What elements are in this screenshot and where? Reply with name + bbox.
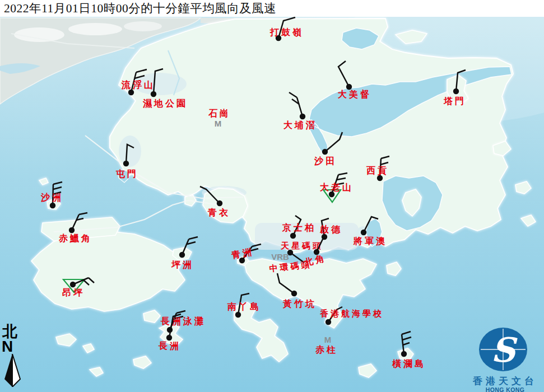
station-dot	[291, 291, 297, 296]
station-label: 西貢	[366, 166, 389, 176]
svg-text:S: S	[491, 330, 518, 370]
title-bar: 2022年11月01日10時00分的十分鐘平均風向及風速	[0, 0, 544, 17]
compass-needle-icon	[3, 354, 23, 387]
station-label: 塔門	[443, 96, 466, 106]
station-dot	[123, 161, 129, 166]
station-label: 濕地公園	[142, 99, 188, 109]
station-dot	[69, 227, 75, 233]
station-label: 京士柏	[282, 222, 316, 232]
hong-kong-map: 打鼓嶺流浮山濕地公園M石崗大美督塔門大埔滘沙田屯門西貢沙洲大老山青衣赤鱲角京士柏…	[0, 0, 544, 392]
station-label: 沙田	[314, 156, 337, 166]
station-dot	[128, 90, 134, 95]
station-label: 啟德	[319, 225, 342, 234]
compass-north: 北 N	[1, 324, 26, 387]
station-label: 南丫島	[227, 302, 261, 311]
station-dot	[151, 91, 156, 97]
station-dot	[346, 84, 352, 90]
hko-logo-icon: S	[466, 326, 544, 373]
station-dot	[361, 230, 366, 235]
station-dot	[217, 200, 222, 206]
station-dot	[235, 312, 241, 318]
station-label: 流浮山	[121, 80, 155, 90]
station-label: 長洲泳灘	[160, 316, 206, 326]
station-label: 坪洲	[171, 260, 194, 269]
station-label: 石崗	[208, 109, 231, 118]
station-dot	[377, 175, 383, 181]
station-label: 黃竹坑	[282, 299, 317, 309]
station-dot	[401, 351, 407, 357]
station-dot	[322, 149, 328, 155]
station-dot	[70, 282, 76, 287]
station-label: 赤柱	[315, 345, 338, 354]
aux-marker: M	[215, 119, 222, 128]
hko-logo-name-zh: 香港天文台	[466, 376, 544, 386]
station-label: 赤鱲角	[58, 234, 92, 243]
compass-label-n: N	[1, 339, 26, 354]
compass-label-zh: 北	[1, 324, 26, 339]
station-dot	[179, 252, 185, 258]
station-label: 屯門	[115, 169, 138, 179]
station-dot	[300, 114, 305, 119]
station-label: 打鼓嶺	[269, 27, 304, 37]
station-label: 香港航海學校	[319, 309, 384, 318]
station-label: 橫瀾島	[392, 359, 426, 368]
aux-marker: M	[324, 335, 332, 344]
station-dot	[166, 335, 172, 340]
station-dot	[50, 203, 55, 208]
station-dot	[290, 233, 296, 239]
map-title: 2022年11月01日10時00分的十分鐘平均風向及風速	[0, 2, 276, 15]
station-label: 大老山	[320, 183, 354, 192]
hko-logo: S 香港天文台 HONG KONG OBSERVATORY	[466, 326, 544, 392]
station-dot	[329, 192, 334, 197]
station-label: 大埔滘	[283, 120, 317, 130]
station-dot	[326, 319, 331, 325]
hko-logo-name-en: HONG KONG OBSERVATORY	[466, 386, 544, 392]
station-label: 大美督	[338, 89, 371, 99]
aux-marker: VRB	[271, 252, 289, 262]
station-label: 將軍澳	[353, 236, 387, 246]
station-label: 沙洲	[40, 193, 63, 202]
station-label: 長洲	[158, 341, 181, 351]
station-label: 昂坪	[62, 288, 85, 297]
station-label: 青衣	[207, 208, 230, 217]
hko-wind-map-screen: 打鼓嶺流浮山濕地公園M石崗大美督塔門大埔滘沙田屯門西貢沙洲大老山青衣赤鱲角京士柏…	[0, 0, 544, 392]
station-dot	[453, 88, 459, 94]
station-label: 天星碼頭	[280, 241, 323, 250]
